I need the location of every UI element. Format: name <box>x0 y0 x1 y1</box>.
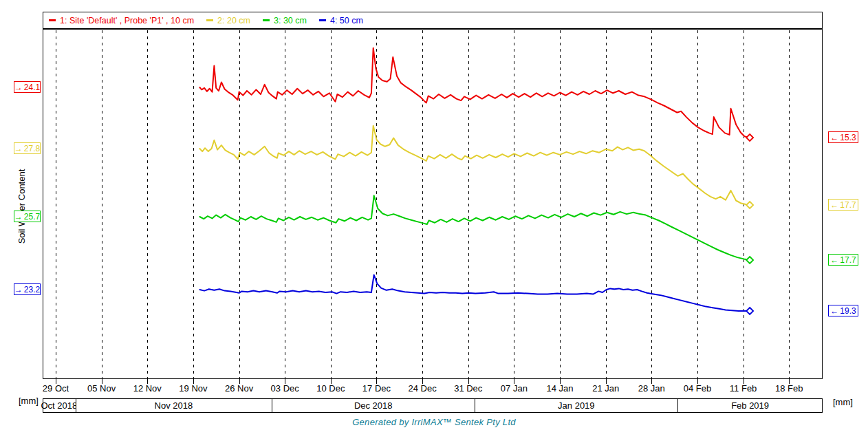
arrow-left-icon: ← <box>830 201 838 209</box>
x-tick-label: 07 Jan <box>501 383 528 394</box>
month-band-label: Feb 2019 <box>731 400 769 411</box>
start-value-badge-30cm: →25.7 <box>14 211 41 222</box>
x-tick-label: 24 Dec <box>409 383 437 394</box>
badge-value: 25.7 <box>24 213 40 221</box>
start-value-badge-10cm: →24.1 <box>14 81 41 93</box>
legend-marker-icon <box>319 19 326 21</box>
x-tick-label: 17 Dec <box>362 383 391 394</box>
month-band-label: Oct 2018 <box>41 400 77 411</box>
y-axis-title: Soil Water Content <box>17 151 28 261</box>
arrow-right-icon: → <box>14 286 23 294</box>
x-tick-label: 28 Jan <box>638 383 665 394</box>
end-value-badge-30cm: ←17.7 <box>828 254 858 266</box>
unit-label-right: [mm] <box>833 397 853 407</box>
badge-value: 23.2 <box>24 286 40 294</box>
arrow-left-icon: ← <box>830 133 838 142</box>
badge-value: 15.3 <box>840 133 856 142</box>
end-value-badge-10cm: ←15.3 <box>828 131 858 143</box>
x-tick-label: 12 Nov <box>133 383 162 394</box>
legend-item-4: 4: 50 cm <box>319 16 363 25</box>
start-value-badge-20cm: →27.8 <box>14 142 41 154</box>
legend-marker-icon <box>263 19 270 21</box>
legend-item-2: 2: 20 cm <box>206 16 250 25</box>
x-tick-label: 19 Nov <box>179 383 207 394</box>
legend-marker-icon <box>49 19 56 21</box>
legend-marker-icon <box>206 19 213 21</box>
legend-item-3: 3: 30 cm <box>263 16 307 25</box>
legend-label: 2: 20 cm <box>217 16 250 25</box>
unit-label-left: [mm] <box>19 396 39 406</box>
month-band-label: Jan 2019 <box>558 400 595 411</box>
badge-value: 19.3 <box>840 307 856 315</box>
badge-value: 17.7 <box>840 256 856 264</box>
x-tick-label: 18 Feb <box>775 383 803 394</box>
badge-value: 17.7 <box>840 201 856 209</box>
legend-label: 4: 50 cm <box>330 16 363 25</box>
x-tick-label: 26 Nov <box>225 383 253 394</box>
legend-label: 3: 30 cm <box>274 16 307 25</box>
badge-value: 24.1 <box>24 83 40 92</box>
arrow-left-icon: ← <box>830 256 838 264</box>
legend-label: 1: Site 'Default' , Probe 'P1' , 10 cm <box>60 16 194 25</box>
x-tick-label: 03 Dec <box>271 383 299 394</box>
x-tick-label: 21 Jan <box>592 383 619 394</box>
month-band-label: Nov 2018 <box>155 400 193 411</box>
end-value-badge-50cm: ←19.3 <box>828 305 858 316</box>
plot-canvas: Oct 2018Nov 2018Dec 2018Jan 2019Feb 2019 <box>0 0 868 430</box>
month-band-label: Dec 2018 <box>354 400 393 411</box>
x-tick-label: 31 Dec <box>454 383 482 394</box>
arrow-right-icon: → <box>14 144 23 153</box>
x-tick-label: 14 Jan <box>547 383 574 394</box>
legend: 1: Site 'Default' , Probe 'P1' , 10 cm2:… <box>43 12 823 29</box>
footer-credit: Generated by IrriMAX™ Sentek Pty Ltd <box>0 417 868 427</box>
x-tick-label: 11 Feb <box>730 383 757 394</box>
arrow-right-icon: → <box>14 213 23 221</box>
end-value-badge-20cm: ←17.7 <box>828 199 858 211</box>
x-tick-label: 05 Nov <box>87 383 116 394</box>
irrimax-soil-water-chart: Oct 2018Nov 2018Dec 2018Jan 2019Feb 2019… <box>0 0 868 430</box>
start-value-badge-50cm: →23.2 <box>14 283 41 295</box>
arrow-right-icon: → <box>14 83 23 92</box>
x-tick-label: 10 Dec <box>316 383 345 394</box>
arrow-left-icon: ← <box>830 307 838 315</box>
x-tick-label: 29 Oct <box>43 383 69 394</box>
badge-value: 27.8 <box>24 144 40 153</box>
legend-item-1: 1: Site 'Default' , Probe 'P1' , 10 cm <box>49 16 194 25</box>
plot-border <box>43 30 823 379</box>
x-tick-label: 04 Feb <box>684 383 711 394</box>
